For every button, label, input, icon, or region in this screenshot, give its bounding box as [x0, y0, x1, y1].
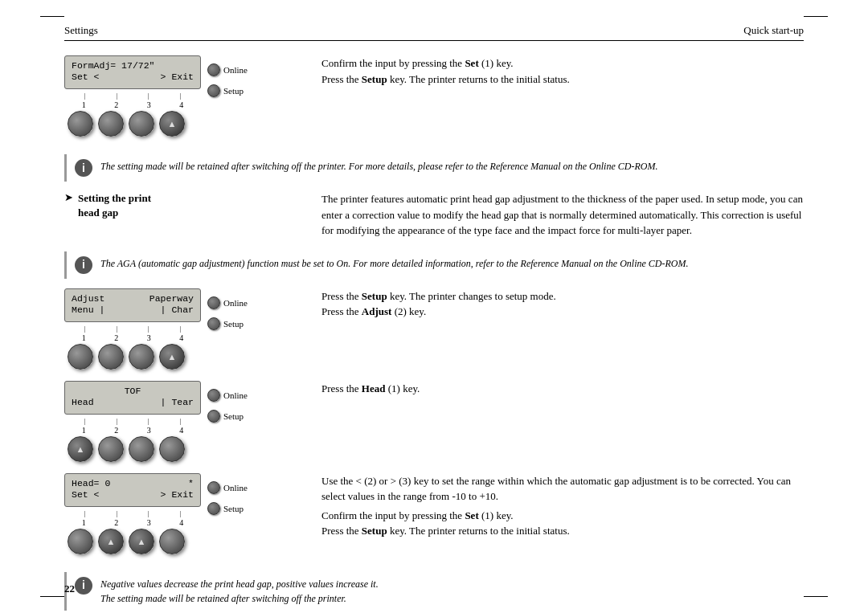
section-head: TOF Head | Tear | | | |: [64, 381, 804, 462]
setup-btn-row-3: Setup: [207, 317, 248, 330]
header-settings: Settings: [64, 24, 98, 37]
info-text-2: The AGA (automatic gap adjustment) funct…: [100, 256, 688, 271]
lcd-formadj: FormAdj= 17/72" Set < > Exit: [64, 55, 201, 89]
buttons-row-5: [64, 529, 185, 554]
setup-label-4: Setup: [223, 411, 244, 421]
btn-3-1[interactable]: [68, 344, 93, 370]
set-bold-5: Set: [465, 509, 478, 521]
btn-4-2[interactable]: [98, 436, 124, 462]
online-btn-3[interactable]: [207, 296, 220, 309]
online-btn-5[interactable]: [207, 481, 220, 494]
setup-btn-row-4: Setup: [207, 410, 248, 423]
setup-bold-5: Setup: [362, 525, 387, 537]
section-heading-left: ➤ Setting the print head gap: [64, 191, 305, 228]
section-heading-text: Setting the print head gap: [78, 191, 151, 220]
btn-5-3-up[interactable]: [129, 529, 154, 554]
setup-btn-5[interactable]: [207, 502, 220, 515]
lcd-head-r1: TOF: [125, 386, 141, 396]
info-box-3: i Negative values decrease the print hea…: [64, 572, 804, 611]
buttons-row-4: [64, 436, 185, 462]
section-head-right: Press the Head (1) key.: [305, 381, 804, 397]
setup-bold-3: Setup: [362, 290, 387, 302]
main-content: FormAdj= 17/72" Set < > Exit | | | |: [64, 55, 804, 613]
btn-4-3[interactable]: [129, 436, 154, 462]
btn-5-2-up[interactable]: [98, 529, 124, 554]
online-btn-row: Online: [207, 63, 248, 76]
btn-4-4[interactable]: [159, 436, 185, 462]
section-arrow: ➤: [64, 191, 73, 204]
btn-5-4[interactable]: [159, 529, 185, 554]
head0-text3: Press the Setup key. The printer returns…: [321, 523, 804, 539]
header-quickstart: Quick start-up: [743, 24, 804, 37]
section-heading: ➤ Setting the print head gap: [64, 191, 151, 220]
online-btn-4[interactable]: [207, 389, 220, 402]
btn-3[interactable]: [129, 111, 154, 137]
info-text-1: The setting made will be retained after …: [100, 159, 657, 174]
page-number: 22: [64, 582, 75, 595]
num-row-4: 1 2 3 4: [64, 426, 201, 435]
head0-text1: Use the < (2) or > (3) key to set the ra…: [321, 473, 804, 505]
adjust-text1: Press the Setup key. The printer changes…: [321, 288, 804, 304]
setup-label: Setup: [223, 86, 244, 96]
info-text-3: Negative values decrease the print head …: [100, 577, 379, 606]
setup-btn-4[interactable]: [207, 410, 220, 423]
lcd-adjust-r2r: | Char: [161, 304, 194, 315]
lcd-adjust-r1r: Paperway: [149, 293, 194, 304]
buttons-row-3: [64, 344, 185, 370]
section2-body: The printer features automatic print hea…: [305, 191, 804, 239]
lcd-head-row1: TOF: [72, 386, 194, 396]
info-box-1: i The setting made will be retained afte…: [64, 154, 804, 182]
btn-5-1[interactable]: [68, 529, 93, 554]
lcd-head: TOF Head | Tear: [64, 381, 201, 415]
head-bold: Head: [362, 382, 386, 394]
setup-btn[interactable]: [207, 84, 220, 97]
online-btn[interactable]: [207, 63, 220, 76]
lcd-row2: Set < > Exit: [72, 72, 194, 82]
btn-2[interactable]: [98, 111, 124, 137]
section-head0-left: Head= 0 * Set < > Exit | | |: [64, 473, 305, 554]
info-icon-3: i: [75, 577, 92, 595]
lcd-adjust-r1l: Adjust: [72, 293, 104, 304]
setup-btn-row-5: Setup: [207, 502, 248, 515]
page-container: Settings Quick start-up FormAdj= 17/72" …: [0, 0, 868, 613]
section-head-left: TOF Head | Tear | | | |: [64, 381, 305, 462]
online-label-5: Online: [223, 483, 248, 492]
num-row-3: 1 2 3 4: [64, 333, 201, 342]
page-header: Settings Quick start-up: [64, 24, 804, 41]
section-adjust-left: Adjust Paperway Menu | | Char | | |: [64, 288, 305, 370]
lcd-head0-row2: Set < > Exit: [72, 489, 194, 500]
setup-label-5: Setup: [223, 504, 244, 513]
section-formadj-left: FormAdj= 17/72" Set < > Exit | | | |: [64, 55, 305, 137]
online-btn-row-5: Online: [207, 481, 248, 494]
lcd-head-r2l: Head: [72, 397, 94, 407]
section-head0-right: Use the < (2) or > (3) key to set the ra…: [305, 473, 804, 539]
online-label-3: Online: [223, 298, 248, 308]
online-label: Online: [223, 65, 248, 75]
section-heading-row: ➤ Setting the print head gap The printer…: [64, 191, 804, 239]
formadj-text2: Press the Setup key. The printer returns…: [321, 72, 804, 88]
head0-panel-group: Head= 0 * Set < > Exit | | |: [64, 473, 248, 554]
buttons-row-1: [64, 111, 185, 137]
info3-line1: Negative values decrease the print head …: [100, 577, 379, 591]
lcd-formadj-row1: FormAdj= 17/72": [72, 60, 155, 71]
lcd-adjust-r2l: Menu |: [72, 304, 104, 315]
section-adjust-right: Press the Setup key. The printer changes…: [305, 288, 804, 320]
adjust-text2: Press the Adjust (2) key.: [321, 304, 804, 320]
btn-3-3[interactable]: [129, 344, 154, 370]
btn-1[interactable]: [68, 111, 93, 137]
btn-4-1-up[interactable]: [68, 436, 93, 462]
head-panel-group: TOF Head | Tear | | | |: [64, 381, 248, 462]
lcd-formadj-row2r: > Exit: [161, 72, 194, 82]
info-icon-1: i: [75, 159, 92, 177]
btn-4-up[interactable]: [159, 111, 185, 137]
head-text: Press the Head (1) key.: [321, 381, 804, 397]
setup-btn-3[interactable]: [207, 317, 220, 330]
tick-row-3: | | | |: [64, 325, 201, 333]
btn-3-4-up[interactable]: [159, 344, 185, 370]
side-buttons-5: Online Setup: [207, 481, 248, 515]
side-buttons-3: Online Setup: [207, 296, 248, 330]
tick-row-5: | | | |: [64, 510, 201, 517]
btn-3-2[interactable]: [98, 344, 124, 370]
section-head0: Head= 0 * Set < > Exit | | |: [64, 473, 804, 554]
section-formadj: FormAdj= 17/72" Set < > Exit | | | |: [64, 55, 804, 137]
